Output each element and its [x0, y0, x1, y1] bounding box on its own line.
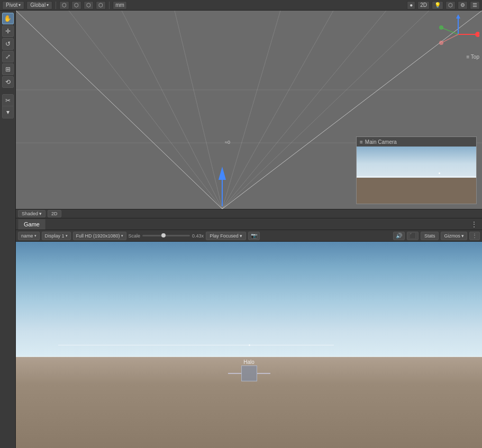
game-tab[interactable]: Game — [18, 219, 46, 230]
toolbar-gear-btn[interactable]: ⚙ — [458, 1, 468, 10]
svg-line-3 — [122, 11, 222, 209]
main-camera-view — [357, 147, 476, 204]
toolbar-icon-4[interactable]: ⬡ — [96, 1, 106, 10]
scene-bottom-toolbar: Shaded ▾ 2D — [16, 209, 482, 218]
game-controls-bar: name ▾ Display 1 ▾ Full HD (1920x1080) ▾… — [16, 230, 482, 242]
scale-prefix: Scale — [129, 233, 141, 239]
camera-icon-button[interactable]: 📷 — [248, 232, 260, 240]
toolbar-icon-3[interactable]: ⬡ — [84, 1, 94, 10]
global-label: Global — [30, 2, 46, 8]
main-camera-header: ≡ Main Camera — [357, 137, 476, 147]
game-name-arrow: ▾ — [34, 234, 37, 238]
shader-mode-label: Shaded — [22, 211, 38, 216]
gizmo-svg: Y X — [437, 13, 479, 56]
svg-point-19 — [439, 41, 443, 45]
mute-button[interactable]: 🔊 — [393, 232, 405, 240]
play-focused-label: Play Focused — [210, 233, 239, 239]
aspect-button[interactable]: ⬛ — [407, 232, 419, 240]
game-white-line — [58, 345, 334, 345]
tool-transform-button[interactable]: ⟲ — [2, 76, 14, 88]
tool-custom2-button[interactable]: ▾ — [3, 106, 13, 118]
tool-hand-button[interactable]: ✋ — [2, 13, 14, 24]
stats-button[interactable]: Stats — [421, 232, 439, 240]
scale-slider[interactable] — [142, 235, 190, 236]
top-toolbar: Pivot ▾ Global ▾ ⬡ ⬡ ⬡ ⬡ mm ● 2D 💡 ⬡ ⚙ ☰ — [0, 0, 482, 11]
toolbar-icon-2[interactable]: ⬡ — [71, 1, 81, 10]
display-button[interactable]: Display 1 ▾ — [42, 232, 71, 240]
camera-ground — [357, 178, 476, 204]
svg-marker-11 — [219, 167, 226, 180]
halo-line-right — [257, 373, 270, 374]
camera-white-line — [357, 176, 476, 177]
scene-viewport: ≈0 Y X ≡ Top ≡ Main Camera — [16, 11, 482, 209]
svg-line-5 — [222, 11, 280, 209]
scale-slider-thumb — [161, 233, 166, 237]
tool-scale-button[interactable]: ⤢ — [2, 51, 14, 62]
resolution-arrow: ▾ — [121, 234, 123, 238]
camera-header-icon: ≡ — [360, 139, 363, 145]
display-arrow: ▾ — [66, 234, 68, 238]
toolbar-right: ● 2D 💡 ⬡ ⚙ ☰ — [407, 1, 480, 10]
global-button[interactable]: Global ▾ — [26, 1, 52, 10]
tool-rect-button[interactable]: ⊞ — [2, 63, 14, 75]
toolbar-layers-btn[interactable]: ☰ — [470, 1, 480, 10]
global-arrow: ▾ — [47, 3, 49, 7]
halo-label: Halo — [233, 359, 265, 365]
play-focused-arrow: ▾ — [240, 233, 242, 239]
svg-line-18 — [442, 34, 458, 42]
shader-mode-button[interactable]: Shaded ▾ — [18, 210, 46, 217]
pivot-button[interactable]: Pivot ▾ — [2, 1, 24, 10]
camera-icon: 📷 — [251, 233, 257, 239]
play-focused-button[interactable]: Play Focused ▾ — [206, 232, 246, 240]
gizmos-button[interactable]: Gizmos ▾ — [441, 232, 467, 240]
halo-line-left — [228, 373, 241, 374]
game-tab-bar: Game ⋮ — [16, 218, 482, 230]
toolbar-play-btn[interactable]: ● — [407, 1, 415, 10]
main-camera-preview: ≡ Main Camera — [356, 136, 477, 204]
resolution-button[interactable]: Full HD (1920x1080) ▾ — [73, 232, 126, 240]
pivot-label: Pivot — [6, 2, 17, 8]
svg-line-0 — [16, 11, 222, 209]
tool-move-button[interactable]: ✛ — [2, 25, 14, 37]
pivot-arrow: ▾ — [19, 3, 21, 7]
svg-marker-15 — [456, 14, 460, 19]
game-sky — [16, 242, 482, 361]
toolbar-hex-btn[interactable]: ⬡ — [445, 1, 456, 10]
scale-value: 0.43x — [192, 233, 204, 239]
game-tab-more[interactable]: ⋮ — [468, 220, 480, 228]
display-label: Display 1 — [45, 233, 65, 239]
toolbar-separator-2 — [109, 2, 110, 9]
halo-object — [225, 365, 273, 381]
tool-group: ✂ ▾ — [2, 94, 14, 118]
toolbar-icon-5[interactable]: mm — [113, 1, 127, 10]
svg-line-6 — [222, 11, 333, 209]
shader-mode-arrow: ▾ — [39, 211, 42, 216]
svg-line-4 — [175, 11, 222, 209]
more-icon: ⋮ — [472, 233, 477, 239]
scale-container: Scale 0.43x — [129, 233, 204, 239]
stats-label: Stats — [424, 233, 435, 239]
game-name-button[interactable]: name ▾ — [18, 232, 40, 240]
camera-sky — [357, 147, 476, 181]
mute-icon: 🔊 — [396, 233, 402, 239]
svg-text:≈0: ≈0 — [225, 140, 230, 145]
svg-line-2 — [69, 11, 222, 209]
svg-text:X: X — [478, 32, 479, 37]
left-toolbar: ✋ ✛ ↺ ⤢ ⊞ ⟲ ✂ ▾ — [0, 11, 16, 448]
camera-dot — [439, 172, 440, 174]
resolution-label: Full HD (1920x1080) — [76, 233, 120, 239]
scene-gizmo-area: Y X ≡ Top — [437, 13, 479, 61]
game-viewport: Halo — [16, 242, 482, 448]
more-button[interactable]: ⋮ — [469, 232, 480, 240]
toolbar-2d-btn[interactable]: 2D — [417, 1, 430, 10]
aspect-icon: ⬛ — [410, 233, 416, 239]
tool-custom-button[interactable]: ✂ — [3, 95, 13, 106]
halo-box — [241, 365, 257, 381]
toolbar-icon-1[interactable]: ⬡ — [59, 1, 69, 10]
svg-point-21 — [439, 25, 443, 30]
scene-2d-button[interactable]: 2D — [48, 210, 61, 217]
toolbar-light-btn[interactable]: 💡 — [432, 1, 443, 10]
tool-rotate-button[interactable]: ↺ — [2, 38, 14, 50]
game-name-label: name — [21, 233, 33, 239]
game-tab-label: Game — [24, 221, 40, 227]
